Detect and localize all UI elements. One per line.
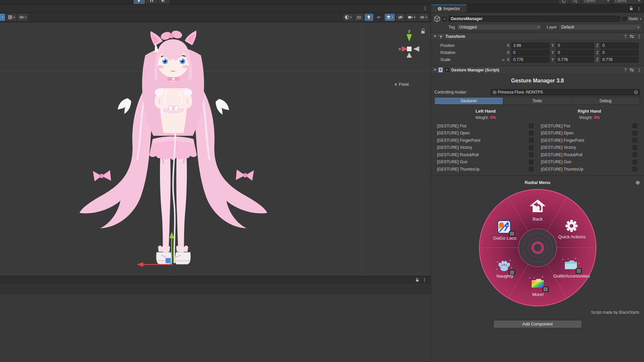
view-direction-label[interactable]: ≡ Front <box>394 82 409 87</box>
layer-value: Default <box>561 25 574 29</box>
gesture-checkbox[interactable] <box>633 124 637 128</box>
rotation-y-field[interactable]: 0 <box>556 50 594 56</box>
gesture-manager-header[interactable]: # ✓ Gesture Manager (Script) ? ⋮ <box>431 66 644 74</box>
transform-header[interactable]: Transform ? ⋮ <box>431 33 644 40</box>
step-icon: ▶▏ <box>162 0 166 2</box>
camera-settings-button[interactable]: ▾ <box>406 14 417 21</box>
gizmos-dropdown[interactable]: ▾ <box>418 14 429 21</box>
component-enabled-checkbox[interactable]: ✓ <box>445 68 449 72</box>
lock-open-icon[interactable] <box>421 29 425 34</box>
radial-add-button[interactable]: ⊕ <box>636 179 640 186</box>
step-button[interactable]: ▶▏ <box>158 0 170 4</box>
layer-label: Layer <box>547 25 557 29</box>
gesture-checkbox[interactable] <box>529 160 533 164</box>
axis-cone-gray-down[interactable] <box>407 52 412 58</box>
radial-center-hub[interactable] <box>519 229 557 267</box>
presets-icon[interactable] <box>630 35 634 38</box>
radial-menu[interactable]: Back GoGo Loco <box>477 187 598 308</box>
controlling-avatar-field[interactable]: Princesa Flora -NONTPS <box>491 89 640 95</box>
inspector-menu-button[interactable]: ⋮ <box>637 6 641 11</box>
orientation-gizmo[interactable]: y x <box>388 27 431 64</box>
tool-dropdown-partial[interactable]: ▾ <box>0 14 5 21</box>
gesture-manager-component: # ✓ Gesture Manager (Script) ? ⋮ Gesture… <box>431 66 644 315</box>
layers-dropdown[interactable]: Layers▾ <box>582 0 611 4</box>
gesture-checkbox[interactable] <box>529 145 533 150</box>
lighting-toggle[interactable] <box>365 14 373 21</box>
scale-x-field[interactable]: 0.776 <box>511 57 549 63</box>
version-control-button[interactable] <box>559 0 569 4</box>
gizmo-plane-handle[interactable] <box>166 258 171 263</box>
tab-tools[interactable]: Tools <box>503 98 572 104</box>
add-component-button[interactable]: Add Component <box>493 320 582 328</box>
pause-button[interactable]: ❚❚ <box>146 0 157 4</box>
lock-open-icon[interactable] <box>415 278 419 282</box>
weight-label: Weight: <box>579 115 593 120</box>
scale-link-icon[interactable]: ∞ <box>500 58 507 62</box>
global-search-button[interactable] <box>570 0 580 4</box>
position-y-field[interactable]: 0 <box>556 43 594 49</box>
2d-toggle[interactable]: 2D <box>355 14 363 21</box>
position-x-field[interactable]: 3.99 <box>511 43 549 49</box>
tab-gestures[interactable]: Gestures <box>435 98 503 104</box>
grid-visibility-button[interactable]: ▾ <box>6 14 16 21</box>
snap-settings-button[interactable]: ▾ <box>18 14 28 21</box>
gesture-checkbox[interactable] <box>529 153 533 157</box>
help-icon[interactable]: ? <box>624 34 627 39</box>
y-axis-cone[interactable] <box>407 34 412 42</box>
left-hand-title: Left Hand <box>436 109 535 114</box>
rotation-row: Rotation X0 Y0 Z0 <box>431 49 641 56</box>
front-bars-icon: ≡ <box>394 82 397 87</box>
tag-dropdown[interactable]: Untagged▾ <box>457 24 541 30</box>
gesture-checkbox[interactable] <box>633 160 637 164</box>
chevron-down-icon: ▾ <box>350 16 352 19</box>
foldout-icon[interactable] <box>434 36 436 37</box>
play-button[interactable]: ▶ <box>133 0 145 4</box>
component-menu-icon[interactable]: ⋮ <box>637 67 641 72</box>
lock-open-icon[interactable] <box>629 6 633 10</box>
component-menu-icon[interactable]: ⋮ <box>637 34 641 39</box>
gameobject-enabled-checkbox[interactable]: ✓ <box>442 17 447 21</box>
svg-text:GoGo Loco: GoGo Loco <box>493 236 516 241</box>
scene-menu-button[interactable]: ⋮ <box>423 6 427 11</box>
gesture-checkbox[interactable] <box>529 167 533 171</box>
gesture-checkbox[interactable] <box>633 153 637 157</box>
gesture-checkbox[interactable] <box>529 131 533 135</box>
effects-dropdown[interactable]: ▾ <box>385 14 395 21</box>
grid-line-vertical <box>362 22 362 276</box>
gesture-checkbox[interactable] <box>529 138 533 142</box>
axis-cone-gray-left[interactable] <box>413 46 419 52</box>
hidden-objects-toggle[interactable] <box>396 14 405 21</box>
scale-y-field[interactable]: 0.776 <box>556 57 594 63</box>
tab-debug[interactable]: Debug <box>572 98 640 104</box>
gameobject-name: GestureManager <box>451 16 483 21</box>
shading-mode-dropdown[interactable]: ▾ <box>343 14 353 21</box>
position-z-field[interactable]: 0 <box>600 43 639 49</box>
panel-menu-button[interactable]: ⋮ <box>422 277 427 282</box>
help-icon[interactable]: ? <box>624 68 627 72</box>
foldout-icon[interactable] <box>434 69 436 71</box>
layer-dropdown[interactable]: Default▾ <box>559 24 641 30</box>
presets-icon[interactable] <box>630 68 634 72</box>
gesture-checkbox[interactable] <box>633 138 637 142</box>
gesture-row: [GESTURE] FingerPoint <box>436 137 535 144</box>
static-checkbox[interactable] <box>622 17 627 21</box>
avatar-object-icon <box>493 90 496 94</box>
rotation-x-field[interactable]: 0 <box>511 50 549 56</box>
scale-z-field[interactable]: 0.776 <box>600 57 639 63</box>
gesture-checkbox[interactable] <box>529 124 533 128</box>
gesture-checkbox[interactable] <box>633 131 637 135</box>
rotation-z-field[interactable]: 0 <box>600 50 639 56</box>
tab-inspector[interactable]: Inspector <box>431 4 467 12</box>
gesture-checkbox[interactable] <box>633 145 637 150</box>
object-picker-icon[interactable] <box>634 90 638 94</box>
chevron-down-icon[interactable]: ▾ <box>640 17 641 20</box>
audio-toggle[interactable] <box>375 14 383 21</box>
gesture-row: [GESTURE] Rock&Roll <box>540 151 639 159</box>
gizmo-center-cube[interactable] <box>407 47 412 51</box>
move-gizmo[interactable] <box>127 228 184 272</box>
scene-viewport[interactable]: y x ≡ Front <box>0 22 431 276</box>
gameobject-name-field[interactable]: GestureManager <box>449 16 620 22</box>
layout-dropdown[interactable]: Layout▾ <box>612 0 642 4</box>
gesture-checkbox[interactable] <box>633 167 637 171</box>
gameobject-cube-icon[interactable] <box>434 15 440 22</box>
